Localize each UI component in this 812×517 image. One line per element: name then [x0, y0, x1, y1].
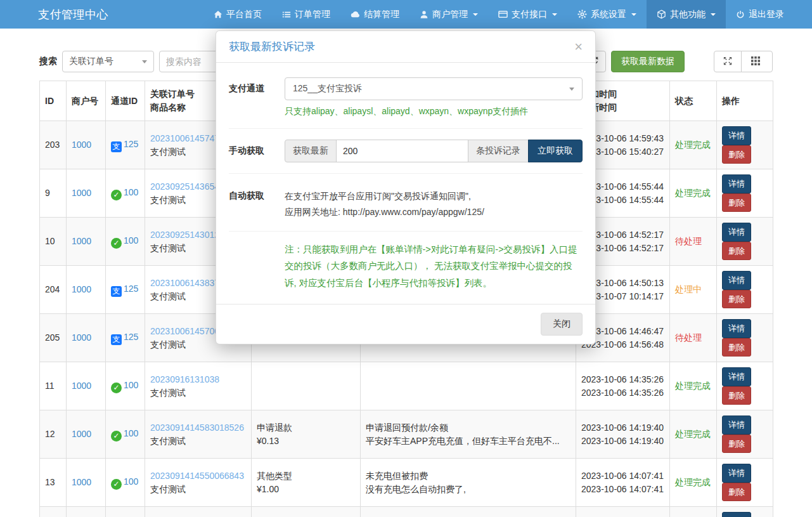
fullscreen-icon [723, 56, 732, 67]
delete-button[interactable]: 删除 [722, 242, 751, 261]
search-label: 搜索 [39, 56, 57, 67]
cell-channel: ✓100 [106, 169, 145, 218]
detail-button[interactable]: 详情 [722, 367, 751, 386]
delete-button[interactable]: 删除 [722, 145, 751, 164]
nav-item-merchant[interactable]: 商户管理 [409, 0, 488, 29]
merchant-link[interactable]: 1000 [72, 140, 91, 150]
modal-title: 获取最新投诉记录 [229, 39, 315, 54]
order-number-link[interactable]: 20231006145747 [150, 133, 219, 143]
table-view-button-group [714, 51, 773, 72]
order-number-link[interactable]: 20231006145700 [150, 326, 219, 336]
nav-item-label: 其他功能 [670, 9, 706, 20]
columns-button[interactable] [741, 51, 773, 72]
delete-button[interactable]: 删除 [722, 435, 751, 454]
order-number-link[interactable]: 20230916131038 [150, 374, 219, 384]
search-field-select[interactable]: 关联订单号 [62, 51, 154, 72]
manual-count-input[interactable] [336, 140, 468, 162]
delete-button[interactable]: 删除 [722, 193, 751, 213]
channel-id-link[interactable]: 125 [124, 139, 138, 149]
detail-button[interactable]: 详情 [722, 174, 751, 193]
modal-close-button[interactable]: 关闭 [541, 313, 583, 336]
channel-selected-value: 125__支付宝投诉 [293, 83, 362, 95]
caret-down-icon [631, 13, 636, 16]
cell-order: 20230916131038支付测试 [145, 362, 252, 410]
detail-button[interactable]: 详情 [722, 126, 751, 145]
cell-status: 处理完成 [670, 362, 717, 410]
order-number-link[interactable]: 20230925143012 [150, 230, 219, 240]
column-header-line: 状态 [675, 95, 711, 108]
merchant-link[interactable]: 1000 [72, 188, 91, 198]
merchant-link[interactable]: 1000 [72, 284, 91, 294]
fetch-now-button[interactable]: 立即获取 [528, 140, 583, 162]
order-number-link[interactable]: 2023091414583018526 [150, 422, 244, 433]
channel-form-row: 支付通道 125__支付宝投诉 只支持alipay、alipaysl、alipa… [229, 67, 583, 129]
channel-id-link[interactable]: 125 [124, 284, 138, 294]
order-number-link[interactable]: 20230925143654 [150, 181, 219, 192]
merchant-link[interactable]: 1000 [72, 332, 91, 343]
nav-item-settings[interactable]: 系统设置 [567, 0, 647, 29]
alipay-icon: 支 [111, 141, 122, 152]
channel-id-link[interactable]: 100 [124, 380, 138, 390]
cell-status: 待处理 [670, 218, 717, 266]
merchant-link[interactable]: 1000 [72, 477, 91, 487]
delete-button[interactable]: 删除 [722, 290, 751, 309]
cell-actions: 详情删除 [717, 507, 773, 517]
nav-item-settlement[interactable]: 结算管理 [340, 0, 409, 29]
detail-button[interactable]: 详情 [722, 319, 751, 338]
merchant-link[interactable]: 1000 [72, 236, 91, 246]
merchant-link[interactable]: 1000 [72, 381, 91, 391]
caret-down-icon [473, 13, 478, 16]
channel-id-link[interactable]: 100 [124, 428, 138, 438]
cell-merchant: 1000 [67, 121, 106, 169]
auto-fetch-text: 在支付宝开放平台应用订阅"交易投诉通知回调", 应用网关地址: http://p… [285, 185, 583, 220]
nav-item-more[interactable]: 其他功能 [647, 0, 726, 29]
detail-button[interactable]: 详情 [722, 271, 751, 290]
channel-id-link[interactable]: 100 [124, 235, 138, 245]
merchant-link[interactable]: 1000 [72, 429, 91, 439]
home-icon [214, 10, 222, 19]
nav-item-logout[interactable]: 退出登录 [726, 0, 794, 29]
nav-item-label: 支付接口 [512, 9, 547, 20]
cell-reason: 未充电但被扣费没有充电怎么自动扣费了, [361, 459, 576, 507]
cell-status: 待处理 [670, 314, 717, 362]
cell-order: 2023092818244343881支付测试 [145, 507, 252, 517]
cell-merchant: 1000 [67, 459, 106, 507]
fetch-latest-data-button[interactable]: 获取最新数据 [611, 51, 685, 72]
wechat-icon: ✓ [111, 190, 122, 200]
cell-refund-type: 其他类型¥1.00 [252, 459, 361, 507]
detail-button[interactable]: 详情 [722, 416, 751, 435]
cell-actions: 详情删除 [717, 459, 773, 507]
cell-status: 处理完成 [670, 459, 717, 507]
channel-id-link[interactable]: 100 [124, 187, 138, 197]
cell-id: 205 [40, 314, 67, 362]
cell-merchant: 1000 [67, 218, 106, 266]
fullscreen-button[interactable] [714, 51, 742, 72]
cell-id: 204 [40, 266, 67, 314]
column-header-7: 状态 [670, 81, 717, 121]
close-icon[interactable]: × [574, 40, 583, 54]
nav-item-orders[interactable]: 订单管理 [272, 0, 340, 29]
auto-fetch-line1: 在支付宝开放平台应用订阅"交易投诉通知回调", [285, 188, 583, 204]
detail-button[interactable]: 详情 [722, 464, 751, 483]
cell-merchant: 1000 [67, 507, 106, 517]
nav-item-home[interactable]: 平台首页 [203, 0, 272, 29]
user-icon [420, 10, 429, 19]
delete-button[interactable]: 删除 [722, 386, 751, 405]
delete-button[interactable]: 删除 [722, 483, 751, 502]
channel-id-link[interactable]: 125 [124, 332, 138, 342]
wechat-icon: ✓ [111, 238, 122, 249]
delete-button[interactable]: 删除 [722, 338, 751, 357]
column-header-line: ID [45, 95, 61, 108]
manual-prefix-addon: 获取最新 [285, 140, 337, 162]
order-number-link[interactable]: 20231006143837 [150, 278, 219, 288]
order-number-link[interactable]: 2023091414550066843 [150, 471, 244, 481]
channel-id-link[interactable]: 100 [124, 476, 138, 487]
status-badge: 处理完成 [675, 477, 711, 487]
nav-item-pay-api[interactable]: 支付接口 [488, 0, 567, 29]
detail-button[interactable]: 详情 [722, 223, 751, 242]
channel-select[interactable]: 125__支付宝投诉 [285, 77, 583, 100]
cell-actions: 详情删除 [717, 362, 773, 410]
top-navbar: 支付管理中心 平台首页订单管理结算管理商户管理支付接口系统设置其他功能退出登录 [0, 0, 812, 29]
cell-channel: 支125 [106, 507, 145, 517]
detail-button[interactable]: 详情 [722, 512, 751, 517]
